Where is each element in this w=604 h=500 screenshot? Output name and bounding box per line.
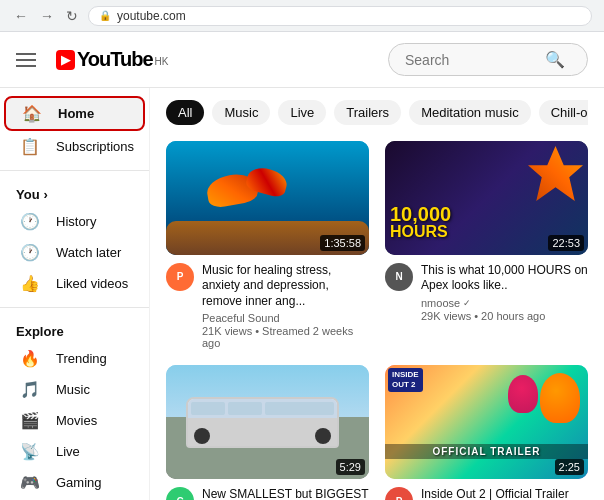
video-meta-4: P Inside Out 2 | Official Trailer Pixar … bbox=[385, 487, 588, 500]
address-bar[interactable]: 🔒 youtube.com bbox=[88, 6, 592, 26]
video-meta-1: P Music for healing stress, anxiety and … bbox=[166, 263, 369, 350]
header-left: ▶ YouTube HK bbox=[16, 48, 168, 72]
video-meta-3: C New SMALLEST but BIGGEST Luxury Camper… bbox=[166, 487, 369, 500]
sidebar-item-liked-videos-label: Liked videos bbox=[56, 276, 128, 291]
video-title-3: New SMALLEST but BIGGEST Luxury Camperva… bbox=[202, 487, 369, 500]
official-trailer-text: OFFICIAL TRAILER bbox=[385, 444, 588, 459]
video-card-1[interactable]: 1:35:58 P Music for healing stress, anxi… bbox=[166, 141, 369, 349]
video-stats-1: 21K views • Streamed 2 weeks ago bbox=[202, 325, 369, 349]
sidebar-item-music[interactable]: 🎵 Music bbox=[4, 374, 145, 405]
live-icon: 📡 bbox=[20, 442, 40, 461]
video-info-3: New SMALLEST but BIGGEST Luxury Camperva… bbox=[202, 487, 369, 500]
main-layout: 🏠 Home 📋 Subscriptions You › 🕐 History 🕐… bbox=[0, 88, 604, 500]
video-title-1: Music for healing stress, anxiety and de… bbox=[202, 263, 369, 310]
sidebar-item-subscriptions[interactable]: 📋 Subscriptions bbox=[4, 131, 145, 162]
filter-chip-all[interactable]: All bbox=[166, 100, 204, 125]
thumbnail-3: 5:29 bbox=[166, 365, 369, 479]
menu-button[interactable] bbox=[16, 48, 40, 72]
sidebar-item-liked-videos[interactable]: 👍 Liked videos bbox=[4, 268, 145, 299]
sidebar: 🏠 Home 📋 Subscriptions You › 🕐 History 🕐… bbox=[0, 88, 150, 500]
avatar-4: P bbox=[385, 487, 413, 500]
search-box[interactable]: 🔍 bbox=[388, 43, 588, 76]
avatar-1: P bbox=[166, 263, 194, 291]
reload-button[interactable]: ↻ bbox=[64, 6, 80, 26]
sidebar-item-trending-label: Trending bbox=[56, 351, 107, 366]
video-channel-2: nmoose ✓ bbox=[421, 297, 588, 309]
explore-section-title: Explore bbox=[0, 316, 149, 343]
divider-2 bbox=[0, 307, 149, 308]
youtube-icon: ▶ bbox=[56, 50, 75, 70]
sidebar-item-live-label: Live bbox=[56, 444, 80, 459]
liked-videos-icon: 👍 bbox=[20, 274, 40, 293]
video-title-4: Inside Out 2 | Official Trailer bbox=[421, 487, 588, 500]
thumbnail-2: 10,000 HOURS 22:53 bbox=[385, 141, 588, 255]
music-icon: 🎵 bbox=[20, 380, 40, 399]
divider-1 bbox=[0, 170, 149, 171]
lock-icon: 🔒 bbox=[99, 10, 111, 21]
video-channel-1: Peaceful Sound bbox=[202, 312, 369, 324]
duration-badge-1: 1:35:58 bbox=[320, 235, 365, 251]
explore-section: Explore 🔥 Trending 🎵 Music 🎬 Movies 📡 Li… bbox=[0, 316, 149, 500]
subscriptions-icon: 📋 bbox=[20, 137, 40, 156]
sidebar-item-gaming-label: Gaming bbox=[56, 475, 102, 490]
sidebar-item-watch-later-label: Watch later bbox=[56, 245, 121, 260]
sidebar-item-history-label: History bbox=[56, 214, 96, 229]
sidebar-item-live[interactable]: 📡 Live bbox=[4, 436, 145, 467]
video-title-2: This is what 10,000 HOURS on Apex looks … bbox=[421, 263, 588, 294]
thumbnail-1: 1:35:58 bbox=[166, 141, 369, 255]
thumbnail-4: INSIDEOUT 2 OFFICIAL TRAILER 2:25 bbox=[385, 365, 588, 479]
avatar-3: C bbox=[166, 487, 194, 500]
back-button[interactable]: ← bbox=[12, 6, 30, 26]
filter-chip-music[interactable]: Music bbox=[212, 100, 270, 125]
you-section-title: You › bbox=[0, 179, 149, 206]
video-info-2: This is what 10,000 HOURS on Apex looks … bbox=[421, 263, 588, 322]
duration-badge-4: 2:25 bbox=[555, 459, 584, 475]
video-card-2[interactable]: 10,000 HOURS 22:53 N This is what 10,000… bbox=[385, 141, 588, 349]
duration-badge-3: 5:29 bbox=[336, 459, 365, 475]
filter-chip-chillout[interactable]: Chill-out music bbox=[539, 100, 588, 125]
trending-icon: 🔥 bbox=[20, 349, 40, 368]
video-card-4[interactable]: INSIDEOUT 2 OFFICIAL TRAILER 2:25 P Insi… bbox=[385, 365, 588, 500]
forward-button[interactable]: → bbox=[38, 6, 56, 26]
video-grid: 1:35:58 P Music for healing stress, anxi… bbox=[166, 141, 588, 500]
sidebar-item-music-label: Music bbox=[56, 382, 90, 397]
youtube-logo[interactable]: ▶ YouTube HK bbox=[56, 48, 168, 71]
nav-main-section: 🏠 Home 📋 Subscriptions bbox=[0, 96, 149, 162]
video-stats-2: 29K views • 20 hours ago bbox=[421, 310, 588, 322]
sidebar-item-history[interactable]: 🕐 History bbox=[4, 206, 145, 237]
movies-icon: 🎬 bbox=[20, 411, 40, 430]
filter-chips: All Music Live Trailers Meditation music… bbox=[166, 100, 588, 125]
sidebar-item-home[interactable]: 🏠 Home bbox=[4, 96, 145, 131]
search-input[interactable] bbox=[405, 52, 545, 68]
video-card-3[interactable]: 5:29 C New SMALLEST but BIGGEST Luxury C… bbox=[166, 365, 369, 500]
logo-wordmark: YouTube bbox=[77, 48, 153, 71]
verified-icon-2: ✓ bbox=[463, 298, 471, 308]
filter-chip-live[interactable]: Live bbox=[278, 100, 326, 125]
history-icon: 🕐 bbox=[20, 212, 40, 231]
gaming-icon: 🎮 bbox=[20, 473, 40, 492]
sidebar-item-movies[interactable]: 🎬 Movies bbox=[4, 405, 145, 436]
video-info-4: Inside Out 2 | Official Trailer Pixar ✓ … bbox=[421, 487, 588, 500]
duration-badge-2: 22:53 bbox=[548, 235, 584, 251]
sidebar-item-subscriptions-label: Subscriptions bbox=[56, 139, 134, 154]
filter-chip-meditation[interactable]: Meditation music bbox=[409, 100, 531, 125]
logo-region: HK bbox=[155, 56, 169, 67]
sidebar-item-trending[interactable]: 🔥 Trending bbox=[4, 343, 145, 374]
home-icon: 🏠 bbox=[22, 104, 42, 123]
sidebar-item-home-label: Home bbox=[58, 106, 94, 121]
avatar-2: N bbox=[385, 263, 413, 291]
sidebar-item-gaming[interactable]: 🎮 Gaming bbox=[4, 467, 145, 498]
video-meta-2: N This is what 10,000 HOURS on Apex look… bbox=[385, 263, 588, 322]
browser-navigation[interactable]: ← → ↻ bbox=[12, 6, 80, 26]
you-section: You › 🕐 History 🕐 Watch later 👍 Liked vi… bbox=[0, 179, 149, 299]
header: ▶ YouTube HK 🔍 bbox=[0, 32, 604, 88]
url-text: youtube.com bbox=[117, 9, 186, 23]
sidebar-item-movies-label: Movies bbox=[56, 413, 97, 428]
main-content: All Music Live Trailers Meditation music… bbox=[150, 88, 604, 500]
search-icon: 🔍 bbox=[545, 50, 565, 69]
video-info-1: Music for healing stress, anxiety and de… bbox=[202, 263, 369, 350]
sidebar-item-watch-later[interactable]: 🕐 Watch later bbox=[4, 237, 145, 268]
filter-chip-trailers[interactable]: Trailers bbox=[334, 100, 401, 125]
watch-later-icon: 🕐 bbox=[20, 243, 40, 262]
browser-bar: ← → ↻ 🔒 youtube.com bbox=[0, 0, 604, 32]
